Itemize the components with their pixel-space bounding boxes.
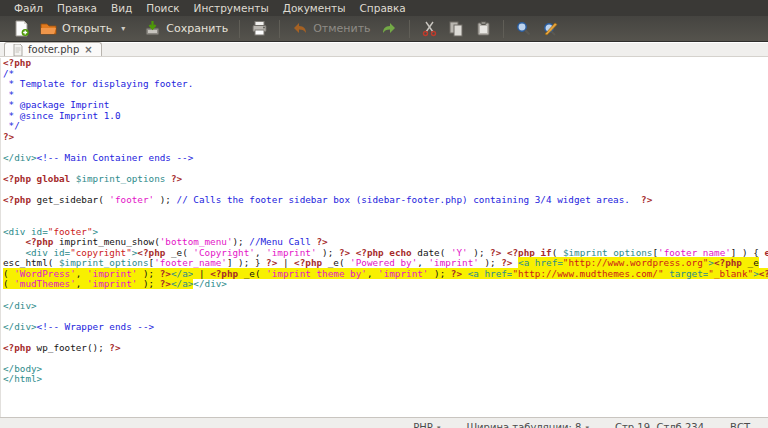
code-segment: 'mudThemes'	[14, 278, 76, 289]
chevron-down-icon: ▾	[585, 424, 589, 428]
code-segment: target=	[664, 268, 709, 279]
menu-item-Инструменты[interactable]: Инструменты	[187, 1, 276, 15]
code-segment: 'bottom_menu'	[160, 236, 233, 247]
code-segment: <!-- Main Container ends -->	[37, 152, 194, 163]
find-button[interactable]	[510, 18, 537, 39]
code-segment: ?>	[641, 194, 652, 205]
code-segment: <?php	[3, 194, 37, 205]
code-segment: ,	[417, 257, 428, 268]
code-segment: 'Copyright'	[193, 247, 255, 258]
code-segment: 'imprint'	[428, 257, 478, 268]
redo-button[interactable]	[376, 18, 403, 39]
cursor-position: Стр 19, Стлб 234	[615, 422, 704, 428]
code-segment: ,	[255, 247, 266, 258]
code-segment: ] ); }	[227, 257, 266, 268]
code-segment: _e(	[328, 257, 350, 268]
code-segment	[3, 247, 25, 258]
find-replace-icon	[542, 20, 559, 37]
code-segment: get_sidebar(	[37, 194, 110, 205]
toolbar-separator	[279, 20, 280, 38]
code-segment: (	[3, 278, 14, 289]
menu-item-Документы[interactable]: Документы	[276, 1, 353, 15]
code-segment: <div id=	[3, 226, 48, 237]
code-segment: 'Y'	[451, 247, 468, 258]
code-segment: );	[154, 194, 176, 205]
print-button[interactable]	[246, 18, 273, 39]
cut-button[interactable]	[416, 18, 443, 39]
code-segment: ?>	[3, 131, 14, 142]
code-segment: <?php	[3, 342, 37, 353]
code-segment: ] ) {	[731, 247, 765, 258]
code-segment: */	[3, 120, 20, 131]
code-line	[3, 206, 768, 217]
open-dropdown-arrow[interactable]: ▾	[117, 24, 129, 33]
code-segment: <?php	[3, 58, 31, 68]
code-line	[3, 290, 768, 301]
code-segment: </a>	[171, 278, 193, 289]
save-button[interactable]: Сохранить	[139, 18, 233, 39]
code-segment: );	[233, 236, 250, 247]
undo-button[interactable]: Отменить	[286, 18, 375, 39]
toolbar: Открыть ▾ Сохранить Отменить	[0, 16, 768, 42]
code-segment: (	[552, 247, 563, 258]
code-segment: <?php	[507, 247, 541, 258]
toolbar-separator	[503, 20, 504, 38]
code-segment: (	[3, 268, 14, 279]
code-segment: );	[137, 268, 159, 279]
code-line: </body>	[3, 364, 768, 375]
code-segment: </html>	[3, 373, 42, 384]
menu-item-Справка[interactable]: Справка	[353, 1, 413, 15]
code-segment: <?php	[25, 236, 59, 247]
code-segment: );	[317, 247, 339, 258]
tab-close-icon[interactable]: ×	[84, 44, 92, 55]
code-line: *	[3, 90, 768, 101]
language-selector[interactable]: PHP ▾	[413, 422, 440, 428]
code-segment: 'footer'	[109, 194, 154, 205]
code-segment: <?php	[210, 268, 244, 279]
paste-button[interactable]	[470, 18, 497, 39]
code-segment: //Menu Call	[249, 236, 316, 247]
code-segment: );	[428, 268, 450, 279]
code-segment: </a>	[171, 268, 193, 279]
code-editor[interactable]: <?php/* * Template for displaying footer…	[0, 58, 768, 417]
code-segment: |	[277, 257, 294, 268]
tab-footer-php[interactable]: footer.php ×	[4, 42, 102, 56]
code-segment: <?php	[356, 247, 390, 258]
code-segment: 'Powered by'	[350, 257, 417, 268]
new-document-button[interactable]	[8, 18, 35, 39]
copy-button[interactable]	[443, 18, 470, 39]
code-segment: *	[3, 89, 14, 100]
code-segment: );	[137, 278, 159, 289]
code-segment: <a href=	[518, 257, 563, 268]
code-segment: </div>	[3, 152, 37, 163]
code-segment: >	[753, 268, 759, 279]
paste-icon	[475, 20, 492, 37]
code-segment: _e	[748, 257, 759, 268]
open-button[interactable]: Открыть	[35, 18, 117, 39]
code-segment: ?>	[171, 173, 182, 184]
code-segment: "http://www.wordpress.org"	[563, 257, 709, 268]
code-segment: </div>	[3, 321, 37, 332]
code-segment: // Calls the footer sidebar box (sidebar…	[177, 194, 642, 205]
code-segment: ?>	[316, 236, 327, 247]
undo-icon	[291, 20, 308, 37]
code-line: ( 'mudThemes', 'imprint' ); ?></a></div>	[3, 279, 768, 290]
code-segment: $imprint_options	[563, 247, 653, 258]
status-bar: PHP ▾ Ширина табуляции: 8 ▾ Стр 19, Стлб…	[0, 417, 768, 428]
code-segment: "footer"	[48, 226, 93, 237]
find-replace-button[interactable]	[537, 18, 564, 39]
find-icon	[515, 20, 532, 37]
code-segment: * @package Imprint	[3, 99, 109, 110]
code-segment: imprint_menu_show(	[59, 236, 160, 247]
menu-item-Поиск[interactable]: Поиск	[139, 1, 186, 15]
menu-item-Файл[interactable]: Файл	[7, 1, 50, 15]
tab-width-selector[interactable]: Ширина табуляции: 8 ▾	[466, 422, 589, 428]
menu-item-Правка[interactable]: Правка	[50, 1, 104, 15]
code-segment	[3, 236, 25, 247]
code-segment: "copyright"	[70, 247, 132, 258]
code-segment: 'footer_name'	[154, 257, 227, 268]
tab-label: footer.php	[28, 44, 79, 55]
gedit-window: ФайлПравкаВидПоискИнструментыДокументыСп…	[0, 0, 768, 428]
menu-item-Вид[interactable]: Вид	[104, 1, 139, 15]
code-line: * @since Imprint 1.0	[3, 111, 768, 122]
